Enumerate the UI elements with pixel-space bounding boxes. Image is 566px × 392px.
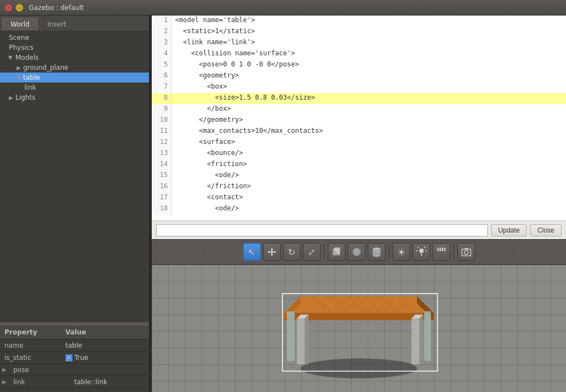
code-line-6: 6 <geometry>: [152, 71, 566, 82]
titlebar: × − Gazebo : default: [0, 0, 566, 16]
tree-item-scene[interactable]: Scene: [0, 33, 149, 43]
code-editor[interactable]: 1 <model name='table'> 2 <static>1</stat…: [152, 16, 566, 220]
table-top-surface: [284, 296, 434, 313]
translate-mode-button[interactable]: [263, 243, 281, 261]
code-line-4: 4 <collision name='surface'>: [152, 49, 566, 60]
insert-box-button[interactable]: [328, 243, 346, 261]
leg-front-right-side: [419, 314, 423, 364]
pose-expand-icon[interactable]: ▶: [0, 367, 9, 373]
table-shadow: [301, 358, 417, 378]
3d-viewport[interactable]: [152, 265, 566, 392]
code-line-9: 9 </box>: [152, 104, 566, 115]
right-panel: 1 <model name='table'> 2 <static>1</stat…: [152, 16, 566, 392]
svg-line-21: [418, 247, 419, 248]
tree-item-physics[interactable]: Physics: [0, 43, 149, 53]
insert-sphere-button[interactable]: [348, 243, 366, 261]
code-line-15: 15 <ode/>: [152, 171, 566, 182]
tab-insert[interactable]: Insert: [39, 18, 74, 30]
toolbar-separator-1: [324, 244, 325, 260]
prop-key-pose: pose: [9, 364, 70, 375]
update-button[interactable]: Update: [491, 224, 527, 236]
tree-item-lights[interactable]: ▶ Lights: [0, 92, 149, 102]
models-label: Models: [16, 54, 39, 61]
window-title: Gazebo : default: [29, 4, 84, 12]
property-col-header: Property: [0, 327, 61, 338]
property-panel: Property Value name table is_static ✓ Tr…: [0, 326, 149, 392]
scale-mode-button[interactable]: ⤢: [303, 243, 321, 261]
prop-row-pose[interactable]: ▶ pose: [0, 364, 149, 376]
value-col-header: Value: [61, 327, 91, 338]
code-line-18: 18 <ode/>: [152, 204, 566, 215]
minimize-button[interactable]: −: [16, 4, 23, 12]
svg-marker-4: [267, 251, 270, 253]
code-line-13: 13 <bounce/>: [152, 148, 566, 159]
leg-back-left: [287, 311, 295, 361]
prop-val-name: table: [61, 340, 149, 351]
link-expand-icon[interactable]: ▶: [0, 379, 9, 385]
svg-marker-3: [271, 254, 273, 256]
svg-line-22: [424, 247, 425, 248]
sun-light-button[interactable]: ☀: [393, 243, 410, 261]
point-light-button[interactable]: [413, 243, 430, 261]
svg-marker-2: [271, 247, 273, 250]
prop-row-link[interactable]: ▶ link table::link: [0, 376, 149, 388]
svg-marker-5: [274, 251, 276, 253]
lights-arrow: ▶: [9, 95, 13, 101]
spot-light-button[interactable]: [433, 243, 450, 261]
code-line-2: 2 <static>1</static>: [152, 27, 566, 38]
code-line-12: 12 <surface>: [152, 137, 566, 148]
leg-front-left: [297, 318, 305, 364]
code-line-5: 5 <pose>0 0 1 0 -0 0</pose>: [152, 60, 566, 71]
tree-item-models[interactable]: ▶ Models: [0, 53, 149, 63]
svg-point-17: [419, 249, 424, 253]
svg-point-30: [464, 251, 468, 255]
select-mode-button[interactable]: ↖: [243, 243, 261, 261]
code-line-3: 3 <link name='link'>: [152, 38, 566, 49]
search-input[interactable]: [156, 224, 488, 236]
close-editor-button[interactable]: Close: [530, 224, 562, 236]
toolbar-handle-dots: ···: [156, 249, 241, 256]
scene-tree[interactable]: Scene Physics ▶ Models ▶ ground_plane ▼ …: [0, 30, 149, 322]
lights-label: Lights: [16, 94, 35, 101]
table-arrow: ▼: [16, 75, 22, 80]
prop-val-link: table::link: [70, 376, 149, 388]
rotate-mode-button[interactable]: ↻: [283, 243, 301, 261]
svg-point-14: [373, 254, 380, 257]
code-line-14: 14 <friction>: [152, 159, 566, 171]
link-label: link: [24, 84, 36, 91]
prop-row-name[interactable]: name table: [0, 339, 149, 352]
prop-val-is-static: ✓ True: [61, 352, 149, 363]
is-static-checkbox[interactable]: ✓ True: [65, 354, 89, 362]
prop-val-pose: [70, 368, 149, 372]
models-arrow: ▶: [8, 55, 14, 60]
toolbar-3d: ··· ↖ ↻ ⤢: [152, 239, 566, 265]
left-panel: World Insert Scene Physics ▶ Models ▶: [0, 16, 150, 392]
code-line-10: 10 </geometry>: [152, 115, 566, 126]
tree-item-link[interactable]: link: [0, 82, 149, 92]
code-line-16: 16 </friction>: [152, 182, 566, 193]
ground-plane-label: ground_plane: [23, 64, 69, 71]
tab-world[interactable]: World: [2, 18, 38, 30]
ground-plane-arrow: ▶: [17, 65, 21, 71]
code-line-11: 11 <max_contacts>10</max_contacts>: [152, 126, 566, 137]
prop-row-is-static[interactable]: is_static ✓ True: [0, 352, 149, 364]
toolbar-separator-2: [389, 244, 389, 260]
editor-toolbar: Update Close: [152, 220, 566, 239]
prop-key-name: name: [0, 340, 61, 351]
prop-key-link: link: [9, 376, 70, 388]
svg-point-9: [353, 248, 361, 256]
physics-label: Physics: [9, 44, 33, 51]
toolbar-separator-3: [454, 244, 454, 260]
main-layout: World Insert Scene Physics ▶ Models ▶: [0, 16, 566, 392]
screenshot-button[interactable]: [457, 243, 475, 261]
close-button[interactable]: ×: [4, 4, 12, 12]
toolbar-handle-right: ···: [477, 249, 562, 256]
leg-front-right: [411, 318, 419, 364]
code-line-7: 7 <box>: [152, 82, 566, 93]
insert-cylinder-button[interactable]: [368, 243, 385, 261]
code-line-1: 1 <model name='table'>: [152, 16, 566, 27]
prop-key-is-static: is_static: [0, 352, 61, 363]
tree-item-table[interactable]: ▼ table: [0, 73, 149, 82]
scene-label: Scene: [9, 34, 29, 42]
tree-item-ground-plane[interactable]: ▶ ground_plane: [0, 63, 149, 73]
